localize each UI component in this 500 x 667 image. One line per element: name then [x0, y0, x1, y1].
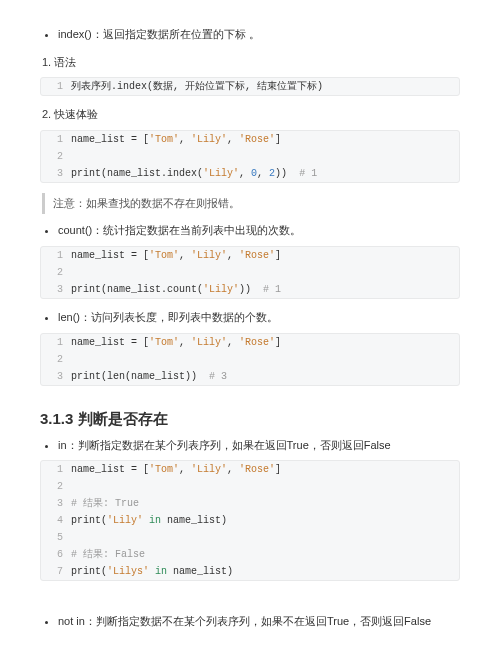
section-heading: 3.1.3 判断是否存在: [40, 410, 460, 429]
code-line: [71, 529, 459, 546]
code-line: 列表序列.index(数据, 开始位置下标, 结束位置下标): [71, 78, 459, 95]
line-number: 2: [41, 148, 71, 165]
line-number: 1: [41, 247, 71, 264]
code-line: [71, 478, 459, 495]
code-count-example: 1name_list = ['Tom', 'Lily', 'Rose'] 2 3…: [40, 246, 460, 299]
code-line: print('Lily' in name_list): [71, 512, 459, 529]
line-number: 1: [41, 334, 71, 351]
code-index-example: 1name_list = ['Tom', 'Lily', 'Rose'] 2 3…: [40, 130, 460, 183]
line-number: 2: [41, 478, 71, 495]
bullet-index: index()：返回指定数据所在位置的下标 。: [58, 26, 460, 44]
bullet-list: index()：返回指定数据所在位置的下标 。: [40, 26, 460, 44]
code-line: [71, 148, 459, 165]
line-number: 3: [41, 165, 71, 182]
bullet-list: len()：访问列表长度，即列表中数据的个数。: [40, 309, 460, 327]
code-line: print(name_list.index('Lily', 0, 2)) # 1: [71, 165, 459, 182]
code-line: name_list = ['Tom', 'Lily', 'Rose']: [71, 461, 459, 478]
bullet-notin: not in：判断指定数据不在某个列表序列，如果不在返回True，否则返回Fal…: [58, 613, 460, 631]
line-number: 4: [41, 512, 71, 529]
line-number: 3: [41, 281, 71, 298]
code-in-example: 1name_list = ['Tom', 'Lily', 'Rose'] 2 3…: [40, 460, 460, 581]
bullet-in: in：判断指定数据在某个列表序列，如果在返回True，否则返回False: [58, 437, 460, 455]
step-syntax: 1. 语法: [42, 54, 460, 72]
line-number: 5: [41, 529, 71, 546]
line-number: 6: [41, 546, 71, 563]
code-line: print('Lilys' in name_list): [71, 563, 459, 580]
line-number: 1: [41, 78, 71, 95]
code-line: name_list = ['Tom', 'Lily', 'Rose']: [71, 247, 459, 264]
bullet-len: len()：访问列表长度，即列表中数据的个数。: [58, 309, 460, 327]
line-number: 2: [41, 264, 71, 281]
code-line: print(len(name_list)) # 3: [71, 368, 459, 385]
code-syntax: 1列表序列.index(数据, 开始位置下标, 结束位置下标): [40, 77, 460, 96]
line-number: 7: [41, 563, 71, 580]
line-number: 3: [41, 368, 71, 385]
code-line: [71, 264, 459, 281]
code-line: name_list = ['Tom', 'Lily', 'Rose']: [71, 334, 459, 351]
code-line: print(name_list.count('Lily')) # 1: [71, 281, 459, 298]
code-len-example: 1name_list = ['Tom', 'Lily', 'Rose'] 2 3…: [40, 333, 460, 386]
line-number: 3: [41, 495, 71, 512]
code-line: # 结果: True: [71, 495, 459, 512]
note-block: 注意：如果查找的数据不存在则报错。: [42, 193, 460, 215]
bullet-count: count()：统计指定数据在当前列表中出现的次数。: [58, 222, 460, 240]
line-number: 1: [41, 131, 71, 148]
code-line: [71, 351, 459, 368]
line-number: 1: [41, 461, 71, 478]
bullet-list: count()：统计指定数据在当前列表中出现的次数。: [40, 222, 460, 240]
bullet-list: not in：判断指定数据不在某个列表序列，如果不在返回True，否则返回Fal…: [40, 613, 460, 631]
line-number: 2: [41, 351, 71, 368]
code-line: # 结果: False: [71, 546, 459, 563]
step-quick: 2. 快速体验: [42, 106, 460, 124]
bullet-list: in：判断指定数据在某个列表序列，如果在返回True，否则返回False: [40, 437, 460, 455]
code-line: name_list = ['Tom', 'Lily', 'Rose']: [71, 131, 459, 148]
